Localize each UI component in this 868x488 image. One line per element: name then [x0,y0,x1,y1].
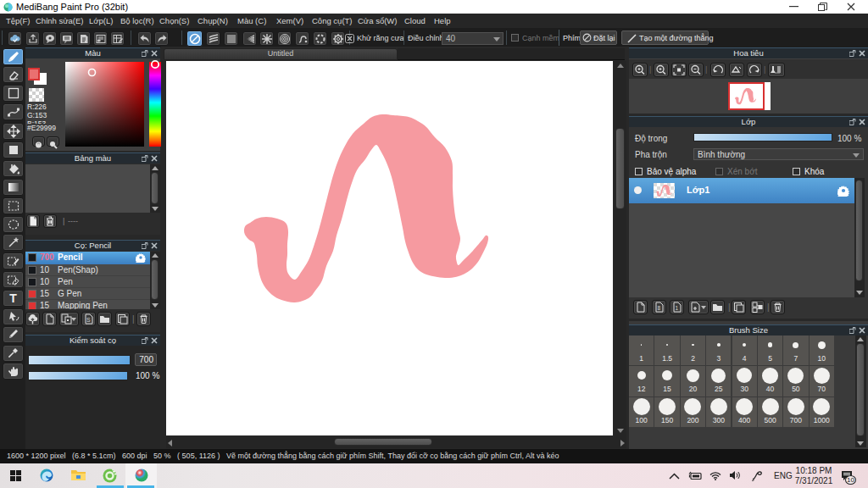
svg-text:1: 1 [676,305,679,311]
svg-text:S: S [86,317,91,323]
svg-text:8: 8 [658,305,661,311]
